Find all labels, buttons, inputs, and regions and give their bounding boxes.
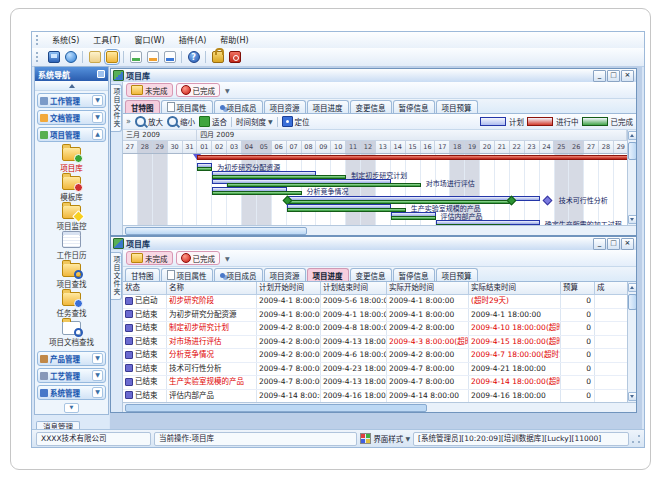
tab-change-info[interactable]: 变更信息 [350, 100, 392, 113]
table-vertical-scrollbar[interactable] [627, 282, 636, 402]
resize-grip[interactable] [632, 435, 640, 443]
tab-pause-info[interactable]: 暂停信息 [393, 100, 435, 113]
table-row[interactable]: 已结束对市场进行评估2009-4-2 8:00:002009-4-13 18:0… [123, 336, 627, 350]
chevron-up-icon[interactable]: ▲ [92, 129, 103, 140]
chevron-down-icon[interactable]: ▼ [92, 370, 103, 381]
scroll-up-icon[interactable] [628, 131, 637, 140]
table-row[interactable]: 已结束评估内部产品2009-4-14 8:00:002009-4-16 18:0… [123, 390, 627, 403]
section-document[interactable]: 文档管理▼ [37, 110, 106, 125]
gantt-chart[interactable]: 为初步研究分配资源制定初步研究计划对市场进行评估分析竞争情况技术可行性分析生产实… [123, 154, 627, 225]
scroll-down-icon[interactable] [628, 215, 637, 224]
tab-gantt[interactable]: 甘特图 [125, 100, 160, 113]
column-header-4[interactable]: 实际开始时间 [387, 282, 469, 294]
table-row[interactable]: 已结束制定初步研究计划2009-4-2 8:00:002009-4-8 18:0… [123, 322, 627, 336]
column-header-6[interactable]: 预算 [561, 282, 595, 294]
time-scale-button[interactable]: 时间刻度▼ [236, 116, 273, 127]
toolbar-button-mail-report-icon[interactable] [127, 49, 144, 65]
table-finished-button[interactable]: 已完成 [176, 251, 221, 265]
sidebar-item-project-monitor[interactable]: 项目监控 [37, 203, 107, 232]
sidebar-collapse-strip[interactable] [35, 81, 108, 91]
sidebar-item-work-calendar[interactable]: 工作日历 [37, 232, 107, 261]
gantt-bar-complete[interactable] [391, 216, 436, 220]
table-horizontal-scrollbar[interactable] [123, 402, 636, 412]
maximize-button[interactable]: □ [607, 70, 620, 82]
toolbar-button-lock-icon[interactable] [209, 49, 226, 65]
gantt-finished-button[interactable]: 已完成 [176, 83, 221, 97]
column-header-7[interactable]: 成 [595, 282, 627, 294]
gantt-bar-complete[interactable] [287, 208, 406, 212]
table-row[interactable]: 已结束为初步研究分配资源2009-4-1 8:00:002009-4-1 18:… [123, 309, 627, 323]
tab-project-attributes[interactable]: 项目属性 [161, 268, 213, 281]
column-header-3[interactable]: 计划结束时间 [321, 282, 387, 294]
toolbar-button-folder-open-icon[interactable] [103, 49, 120, 65]
menu-item-system[interactable]: 系统(S) [45, 33, 86, 48]
table-row[interactable]: 已启动初步研究阶段2009-4-1 8:00:002009-5-6 18:00:… [123, 295, 627, 309]
scroll-up-icon[interactable] [628, 283, 637, 292]
tab-project-budget[interactable]: 项目预算 [436, 100, 478, 113]
tab-project-members[interactable]: 项目成员 [214, 268, 263, 281]
toolbar-button-computer-icon[interactable] [45, 49, 62, 65]
section-project[interactable]: 项目管理▲ [37, 127, 106, 142]
section-system[interactable]: 系统管理▼ [37, 385, 106, 400]
table-row[interactable]: 已结束技术可行性分析2009-4-7 8:00:002009-4-23 18:0… [123, 363, 627, 377]
fit-button[interactable]: 适合 [199, 116, 227, 127]
close-button[interactable]: × [621, 238, 634, 250]
chevron-down-icon[interactable]: ▼ [92, 353, 103, 364]
tab-change-info[interactable]: 变更信息 [350, 268, 392, 281]
scroll-thumb[interactable] [628, 294, 637, 310]
tab-project-resources[interactable]: 项目资源 [264, 268, 306, 281]
scroll-thumb[interactable] [628, 142, 637, 160]
gantt-window-title-bar[interactable]: 项目库 _ □ × [111, 69, 636, 83]
menu-item-help[interactable]: 帮助(H) [213, 33, 255, 48]
toolbar-button-folder-closed-icon[interactable] [86, 49, 103, 65]
folder-side-tab[interactable]: 项目文件夹 [111, 84, 122, 132]
gantt-bar-complete[interactable] [197, 167, 212, 171]
zoom-in-button[interactable]: 放大 [135, 116, 163, 127]
scroll-thumb[interactable] [125, 227, 307, 235]
chevron-down-icon[interactable]: ▼ [92, 95, 103, 106]
gantt-unfinished-button[interactable]: 未完成 [126, 83, 173, 97]
menu-item-plugins[interactable]: 插件(A) [172, 33, 214, 48]
chevron-down-icon[interactable]: ▼ [92, 387, 103, 398]
menu-item-tools[interactable]: 工具(T) [86, 33, 127, 48]
tab-project-members[interactable]: 项目成员 [214, 100, 263, 113]
folder-side-tab[interactable]: 项目文件夹 [111, 252, 122, 300]
minimize-button[interactable]: _ [593, 238, 606, 250]
toolbar-button-mail-stat-icon[interactable] [161, 49, 178, 65]
gantt-bar-inprogress[interactable] [197, 155, 627, 160]
sidebar-item-project-search[interactable]: 项目查找 [37, 261, 107, 290]
scroll-thumb[interactable] [125, 404, 427, 412]
toolbar-overflow-icon[interactable]: ▼ [225, 87, 230, 94]
table-row[interactable]: 已结束生产实验室规模的产品2009-4-7 8:00:002009-4-13 1… [123, 376, 627, 390]
section-work[interactable]: 工作管理▼ [37, 93, 106, 108]
column-header-2[interactable]: 计划开始时间 [257, 282, 321, 294]
tab-project-attributes[interactable]: 项目属性 [161, 100, 213, 113]
column-header-5[interactable]: 实际结束时间 [469, 282, 561, 294]
minimize-button[interactable]: _ [593, 70, 606, 82]
zoom-out-button[interactable]: 缩小 [167, 116, 195, 127]
section-process[interactable]: 工艺管理▼ [37, 368, 106, 383]
tab-project-progress[interactable]: 项目进度 [307, 100, 349, 113]
pin-icon[interactable] [97, 70, 105, 78]
tab-gantt[interactable]: 甘特图 [125, 268, 160, 281]
table-unfinished-button[interactable]: 未完成 [126, 251, 173, 265]
tab-pause-info[interactable]: 暂停信息 [393, 268, 435, 281]
chevron-down-icon[interactable]: ▼ [92, 112, 103, 123]
sidebar-item-task-search[interactable]: 任务查找 [37, 290, 107, 319]
table-window-title-bar[interactable]: 项目库 _ □ × [111, 237, 636, 251]
tab-project-budget[interactable]: 项目预算 [436, 268, 478, 281]
column-header-1[interactable]: 名称 [167, 282, 257, 294]
tab-project-progress[interactable]: 项目进度 [307, 268, 349, 281]
toolbar-overflow-icon[interactable]: ▼ [225, 255, 230, 262]
toolbar-button-globe-icon[interactable] [62, 49, 79, 65]
tab-project-resources[interactable]: 项目资源 [264, 100, 306, 113]
scroll-down-icon[interactable] [628, 392, 637, 401]
maximize-button[interactable]: □ [607, 238, 620, 250]
menu-item-window[interactable]: 窗口(W) [127, 33, 171, 48]
table-row[interactable]: 已结束分析竞争情况2009-4-2 8:00:002009-4-6 18:00:… [123, 349, 627, 363]
toolbar-button-help-icon[interactable] [185, 49, 202, 65]
toolbar-button-mail-chart-icon[interactable] [144, 49, 161, 65]
gantt-vertical-scrollbar[interactable] [627, 130, 636, 225]
sidebar-item-project-library[interactable]: 项目库 [37, 145, 107, 174]
toolbar-overflow-icon[interactable]: » [126, 117, 131, 126]
